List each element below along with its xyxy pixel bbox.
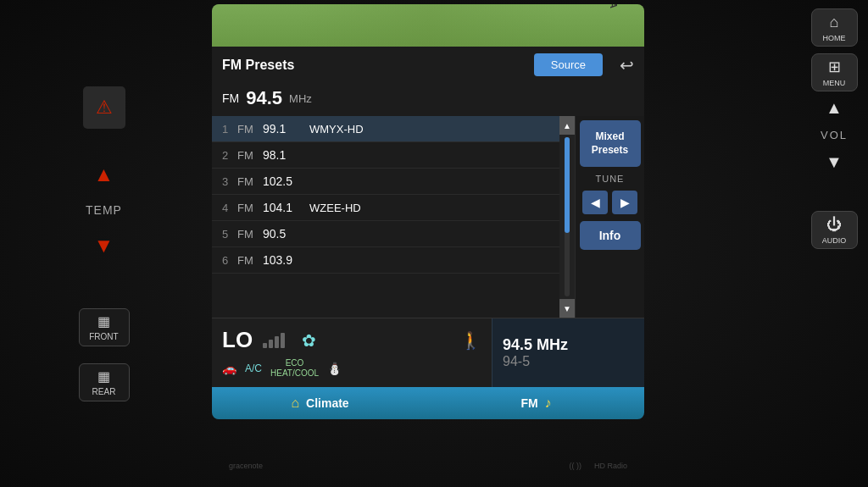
fm-title: FM Presets xyxy=(222,58,526,73)
preset-name: WZEE-HD xyxy=(309,202,565,214)
menu-label: MENU xyxy=(823,79,846,87)
table-row[interactable]: 2 FM 98.1 xyxy=(212,142,575,169)
vol-down-button[interactable]: ▼ xyxy=(826,152,843,172)
rear-label: REAR xyxy=(92,387,116,396)
fan-bar-2 xyxy=(269,340,273,348)
table-row[interactable]: 1 FM 99.1 WMYX-HD xyxy=(212,116,575,142)
audio-button[interactable]: ⏻ AUDIO xyxy=(811,211,858,249)
tab-fm[interactable]: FM ♪ xyxy=(428,387,644,419)
climate-right: 94.5 MHz 94-5 xyxy=(492,318,644,387)
preset-frequency: 99.1 xyxy=(263,122,309,136)
scrollbar: ▲ ▼ xyxy=(559,116,575,318)
temp-label: TEMP xyxy=(86,203,122,217)
scroll-track xyxy=(565,137,570,296)
scroll-up-button[interactable]: ▲ xyxy=(559,116,575,135)
fm-tab-label: FM xyxy=(520,396,537,410)
hazard-button[interactable]: ⚠ xyxy=(83,86,125,129)
presets-area: 1 FM 99.1 WMYX-HD 2 FM 98.1 3 FM 102.5 xyxy=(212,116,644,318)
climate-left: LO ✿ 🚶 🚗 A/C ECO HEA xyxy=(212,318,492,387)
home-icon: ⌂ xyxy=(830,14,839,31)
preset-name: WMYX-HD xyxy=(309,123,565,136)
bottom-tabs: ⌂ Climate FM ♪ xyxy=(212,387,644,419)
back-button[interactable]: ↩ xyxy=(620,55,634,75)
fm-header: FM Presets Source ↩ xyxy=(212,47,644,83)
scroll-thumb xyxy=(565,137,570,233)
connectivity-icon: (( )) xyxy=(569,462,581,470)
front-defrost-icon: ▦ xyxy=(97,313,110,329)
fan-bar-1 xyxy=(263,343,267,348)
temp-up-button[interactable]: ▲ xyxy=(94,163,114,186)
preset-band: FM xyxy=(237,202,263,214)
tune-label: TUNE xyxy=(596,174,625,184)
right-controls: ⌂ HOME ⊞ MENU ▲ VOL ▼ ⏻ AUDIO xyxy=(800,0,868,487)
tune-next-button[interactable]: ▶ xyxy=(612,191,637,214)
current-band: FM xyxy=(222,91,239,105)
left-controls: ⚠ ▲ TEMP ▼ ▦ FRONT ▦ REAR xyxy=(0,0,208,487)
preset-band: FM xyxy=(237,228,263,241)
brand-gracenote: gracenote xyxy=(229,462,263,470)
menu-icon: ⊞ xyxy=(828,58,841,76)
preset-band: FM xyxy=(237,123,263,136)
tune-controls: ◀ ▶ xyxy=(582,191,637,214)
current-station: FM 94.5 MHz xyxy=(212,83,644,116)
temp-down-button[interactable]: ▼ xyxy=(94,234,114,257)
rear-defrost-icon: ▦ xyxy=(97,368,110,385)
station-name-display: 94-5 xyxy=(503,354,634,369)
tab-climate[interactable]: ⌂ Climate xyxy=(212,387,428,419)
vol-label: VOL xyxy=(821,129,848,141)
heat-icon: ⛄ xyxy=(327,362,342,375)
preset-number: 3 xyxy=(222,175,237,188)
car-icon: 🚗 xyxy=(222,362,236,375)
table-row[interactable]: 5 FM 90.5 xyxy=(212,221,575,247)
fan-level-indicator xyxy=(263,333,285,348)
hazard-icon: ⚠ xyxy=(96,97,113,119)
body-airflow-icon: 🚶 xyxy=(460,330,481,351)
station-frequency-display: 94.5 MHz xyxy=(503,336,634,354)
climate-top: LO ✿ 🚶 xyxy=(222,327,481,353)
fan-icon: ✿ xyxy=(302,330,316,351)
brand-icons: (( )) HD Radio xyxy=(569,462,627,470)
table-row[interactable]: 6 FM 103.9 xyxy=(212,247,575,274)
preset-frequency: 98.1 xyxy=(263,148,309,162)
current-unit: MHz xyxy=(289,92,312,105)
map-text: N BA xyxy=(609,4,619,8)
preset-number: 2 xyxy=(222,149,237,162)
preset-number: 5 xyxy=(222,228,237,241)
climate-tab-icon: ⌂ xyxy=(291,396,299,411)
eco-label: ECO HEAT/COOL xyxy=(270,358,319,379)
preset-number: 6 xyxy=(222,254,237,267)
preset-band: FM xyxy=(237,254,263,267)
ac-label: A/C xyxy=(245,362,262,374)
bottom-status: LO ✿ 🚶 🚗 A/C ECO HEA xyxy=(212,318,644,419)
tune-prev-button[interactable]: ◀ xyxy=(582,191,608,214)
home-button[interactable]: ⌂ HOME xyxy=(811,8,858,47)
info-button[interactable]: Info xyxy=(580,221,641,250)
mixed-presets-label: MixedPresets xyxy=(592,130,628,157)
preset-frequency: 104.1 xyxy=(263,201,309,214)
preset-band: FM xyxy=(237,175,263,188)
table-row[interactable]: 4 FM 104.1 WZEE-HD xyxy=(212,195,575,221)
menu-button[interactable]: ⊞ MENU xyxy=(811,53,858,91)
temp-level: LO xyxy=(222,327,253,353)
mixed-presets-button[interactable]: MixedPresets xyxy=(580,120,641,167)
climate-bottom: 🚗 A/C ECO HEAT/COOL ⛄ xyxy=(222,358,481,379)
preset-number: 1 xyxy=(222,123,237,136)
front-button[interactable]: ▦ FRONT xyxy=(79,308,130,346)
scroll-down-button[interactable]: ▼ xyxy=(559,299,575,318)
vol-up-button[interactable]: ▲ xyxy=(826,98,843,118)
power-icon: ⏻ xyxy=(826,216,842,234)
preset-frequency: 90.5 xyxy=(263,227,309,241)
current-frequency: 94.5 xyxy=(246,87,282,109)
climate-row: LO ✿ 🚶 🚗 A/C ECO HEA xyxy=(212,318,644,387)
preset-frequency: 102.5 xyxy=(263,174,309,188)
rear-button[interactable]: ▦ REAR xyxy=(79,363,130,401)
source-button[interactable]: Source xyxy=(534,53,603,76)
preset-number: 4 xyxy=(222,202,237,214)
fm-tab-icon: ♪ xyxy=(545,396,552,411)
brand-bar: gracenote (( )) HD Radio xyxy=(212,462,644,470)
climate-tab-label: Climate xyxy=(306,396,349,410)
fan-bar-4 xyxy=(281,333,285,348)
fm-section: FM Presets Source ↩ FM 94.5 MHz 1 FM 99.… xyxy=(212,47,644,318)
table-row[interactable]: 3 FM 102.5 xyxy=(212,169,575,195)
home-label: HOME xyxy=(823,34,846,42)
